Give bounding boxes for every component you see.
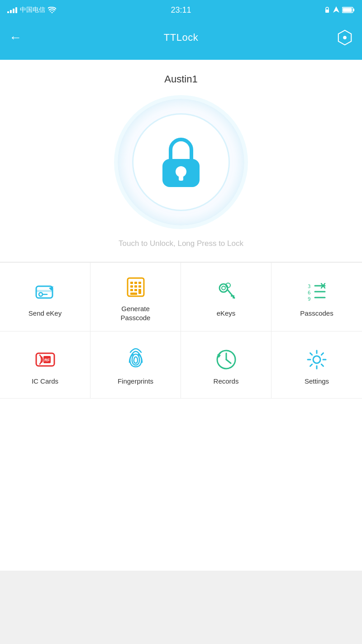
hex-settings-button[interactable] [337,29,353,46]
ic-cards-button[interactable]: RF IC Cards [0,332,90,399]
lock-button[interactable] [118,99,244,226]
lock-icon-inner [133,115,229,210]
carrier-label: 中国电信 [20,6,45,14]
passcodes-label: Passcodes [300,309,333,318]
svg-rect-3 [343,8,352,12]
passcodes-icon: 3 6 9 [305,280,329,303]
ic-cards-label: IC Cards [32,377,58,386]
svg-rect-18 [130,285,133,288]
send-ekey-icon [33,280,57,303]
status-bar: 中国电信 23:11 [0,0,362,20]
lock-panel[interactable]: Austin1 Touch to Unlock, Long Press to L… [0,60,362,262]
battery-icon [342,7,355,13]
svg-rect-11 [36,290,52,292]
generate-passcode-button[interactable]: GeneratePasscode [90,263,181,332]
status-time: 23:11 [171,5,191,15]
svg-line-27 [228,290,234,298]
svg-rect-16 [134,282,137,284]
settings-icon [305,348,329,371]
svg-text:3: 3 [308,284,311,289]
svg-marker-1 [333,6,339,13]
svg-rect-29 [233,297,235,298]
svg-rect-17 [138,282,141,284]
svg-rect-15 [130,282,133,284]
grid-menu: Send eKey GeneratePasscode [0,262,362,399]
svg-text:RF: RF [44,358,50,362]
records-icon [214,348,238,371]
svg-rect-23 [138,289,141,294]
svg-point-26 [222,286,225,290]
svg-point-25 [219,284,228,292]
svg-rect-19 [134,285,137,288]
svg-rect-9 [179,174,183,181]
svg-line-44 [226,360,231,363]
nav-bar: ← TTLock [0,20,362,60]
svg-rect-22 [134,289,137,291]
lock-name: Austin1 [164,73,197,85]
fingerprints-button[interactable]: Fingerprints [90,332,181,399]
svg-point-6 [343,36,347,39]
page-title: TTLock [164,32,198,43]
settings-button[interactable]: Settings [272,332,362,399]
svg-rect-20 [138,285,141,288]
fingerprints-icon [124,348,148,371]
wifi-icon [48,7,56,13]
screen-lock-icon [324,6,330,14]
status-bar-right [324,6,355,14]
svg-point-46 [313,356,320,363]
fingerprints-label: Fingerprints [118,377,153,386]
send-ekey-label: Send eKey [29,309,62,318]
svg-rect-28 [231,295,234,297]
signal-icon [7,7,17,13]
svg-rect-21 [130,289,133,291]
svg-rect-4 [353,9,355,11]
records-label: Records [214,377,239,386]
location-icon [333,6,339,14]
generate-passcode-icon [124,275,148,299]
generate-passcode-label: GeneratePasscode [121,304,151,322]
ekeys-button[interactable]: eKeys [181,263,272,332]
lock-hint: Touch to Unlock, Long Press to Lock [119,239,243,248]
back-button[interactable]: ← [9,30,22,45]
status-bar-left: 中国电信 [7,6,56,14]
send-ekey-button[interactable]: Send eKey [0,263,90,332]
passcodes-button[interactable]: 3 6 9 Passcodes [272,263,362,332]
svg-text:9: 9 [308,296,311,302]
svg-rect-0 [325,10,329,13]
ekeys-icon [214,280,238,303]
settings-label: Settings [305,377,329,386]
svg-text:6: 6 [308,290,311,296]
ekeys-label: eKeys [217,309,236,318]
main-content: Austin1 Touch to Unlock, Long Press to L… [0,60,362,571]
bottom-space [0,399,362,571]
records-button[interactable]: Records [181,332,272,399]
svg-rect-24 [130,293,137,295]
ic-cards-icon: RF [33,348,57,371]
